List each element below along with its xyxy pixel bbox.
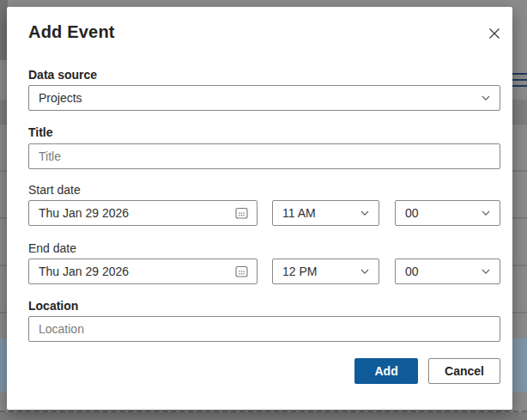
location-input[interactable] — [28, 316, 500, 342]
title-input[interactable] — [28, 143, 500, 169]
start-date-input[interactable]: Thu Jan 29 2026 — [28, 200, 257, 226]
dialog-footer: Add Cancel — [28, 358, 500, 384]
add-event-dialog: Add Event Data source Projects Title Sta… — [7, 7, 512, 410]
backdrop-text-line — [512, 79, 527, 81]
data-source-label: Data source — [28, 68, 97, 82]
chevron-down-icon — [360, 266, 370, 277]
chevron-down-icon — [481, 208, 491, 218]
title-label: Title — [28, 125, 53, 139]
close-icon — [488, 27, 500, 40]
end-date-input[interactable]: Thu Jan 29 2026 — [28, 259, 257, 284]
dialog-title: Add Event — [28, 22, 115, 42]
start-hour-select[interactable]: 11 AM — [272, 200, 379, 226]
chevron-down-icon — [360, 208, 370, 218]
end-hour-select[interactable]: 12 PM — [272, 259, 379, 284]
chevron-down-icon — [481, 266, 491, 277]
end-date-label: End date — [28, 241, 76, 255]
start-minute-value: 00 — [405, 206, 481, 220]
chevron-down-icon — [481, 93, 491, 103]
backdrop-text-line — [512, 73, 527, 75]
end-minute-value: 00 — [405, 265, 481, 278]
start-date-label: Start date — [28, 183, 81, 197]
end-minute-select[interactable]: 00 — [395, 259, 500, 284]
start-minute-select[interactable]: 00 — [395, 200, 500, 226]
start-hour-value: 11 AM — [282, 206, 360, 220]
start-date-value: Thu Jan 29 2026 — [39, 206, 235, 220]
data-source-value: Projects — [39, 91, 481, 105]
calendar-icon — [235, 265, 248, 277]
add-button[interactable]: Add — [354, 358, 418, 384]
location-label: Location — [28, 299, 78, 313]
backdrop-bottom-strip — [0, 412, 527, 420]
close-button[interactable] — [482, 21, 507, 46]
data-source-select[interactable]: Projects — [28, 85, 500, 111]
end-hour-value: 12 PM — [282, 265, 360, 278]
calendar-icon — [235, 207, 248, 219]
cancel-button[interactable]: Cancel — [428, 358, 500, 384]
backdrop-text-line — [512, 85, 527, 87]
end-date-value: Thu Jan 29 2026 — [39, 265, 235, 278]
